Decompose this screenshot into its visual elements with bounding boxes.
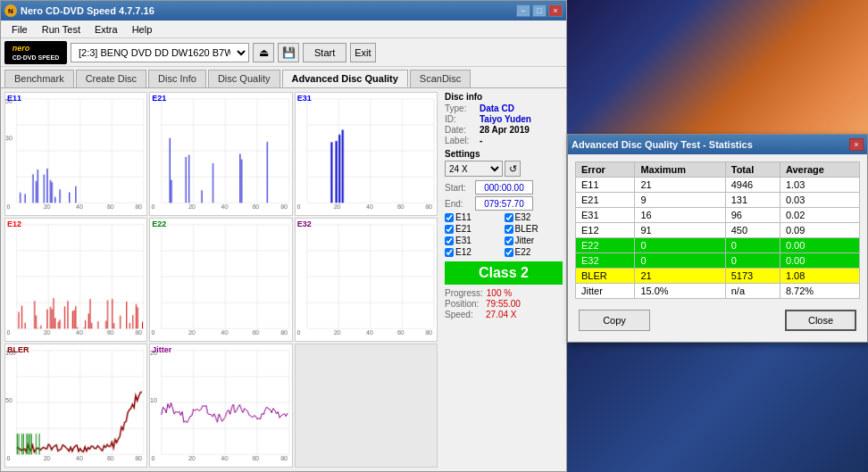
disc-info-title: Disc info bbox=[445, 92, 563, 102]
tab-scan-disc[interactable]: ScanDisc bbox=[410, 70, 471, 87]
speed-select[interactable]: 24 X bbox=[445, 161, 503, 177]
chart-e22-canvas bbox=[150, 219, 291, 341]
class-badge: Class 2 bbox=[445, 261, 563, 285]
menu-file[interactable]: File bbox=[4, 22, 35, 37]
progress-label: Progress: bbox=[445, 288, 483, 298]
disc-type-row: Type: Data CD bbox=[445, 104, 563, 113]
stats-cell-average: 8.72% bbox=[780, 284, 859, 299]
stats-close-x-button[interactable]: × bbox=[849, 138, 864, 151]
stats-cell-error: BLER bbox=[576, 269, 635, 284]
checkbox-e11[interactable] bbox=[445, 213, 454, 222]
speed-refresh-button[interactable]: ↺ bbox=[505, 161, 521, 177]
content-area: E11 E21 E31 E12 E22 bbox=[1, 88, 566, 471]
stats-row: E22000.00 bbox=[576, 238, 860, 253]
chart-e12: E12 bbox=[4, 218, 147, 342]
exit-button[interactable]: Exit bbox=[350, 43, 375, 62]
stats-body: E112149461.03E2191310.03E3116960.02E1291… bbox=[576, 178, 860, 299]
tab-disc-quality[interactable]: Disc Quality bbox=[208, 70, 280, 87]
start-time-row: Start: 000:00.00 bbox=[445, 180, 563, 195]
disc-date-value: 28 Apr 2019 bbox=[480, 125, 530, 135]
stats-close-button[interactable]: Close bbox=[785, 310, 856, 331]
stats-cell-total: 0 bbox=[725, 253, 780, 269]
menu-bar: File Run Test Extra Help bbox=[1, 21, 566, 38]
checkboxes-grid: E11 E32 E21 BLER E31 bbox=[445, 212, 563, 258]
chart-e21: E21 bbox=[149, 92, 292, 216]
disc-label-label: Label: bbox=[445, 136, 476, 145]
chart-jitter-label: Jitter bbox=[152, 345, 171, 354]
menu-run-test[interactable]: Run Test bbox=[35, 22, 88, 37]
chart-e32: E32 bbox=[295, 218, 438, 342]
stats-cell-average: 1.03 bbox=[780, 178, 859, 193]
col-error: Error bbox=[576, 162, 635, 178]
chart-e32-canvas bbox=[296, 219, 437, 341]
app-icon: N bbox=[4, 4, 17, 17]
checkbox-e21[interactable] bbox=[445, 225, 454, 234]
speed-prog-label: Speed: bbox=[445, 310, 482, 319]
close-button[interactable]: × bbox=[548, 4, 563, 17]
charts-area: E11 E21 E31 E12 E22 bbox=[1, 88, 441, 471]
disc-id-row: ID: Taiyo Yuden bbox=[445, 114, 563, 124]
col-maximum: Maximum bbox=[635, 162, 725, 178]
stats-cell-total: 96 bbox=[725, 208, 780, 223]
stats-row: E2191310.03 bbox=[576, 193, 860, 208]
stats-row: E32000.00 bbox=[576, 253, 860, 269]
checkbox-jitter[interactable] bbox=[505, 236, 513, 245]
stats-cell-error: E31 bbox=[576, 208, 635, 223]
stats-dialog: Advanced Disc Quality Test - Statistics … bbox=[567, 134, 868, 343]
tab-advanced-disc-quality[interactable]: Advanced Disc Quality bbox=[282, 70, 408, 87]
checkbox-jitter-label: Jitter bbox=[515, 236, 535, 245]
checkbox-e22-label: E22 bbox=[515, 247, 531, 257]
checkbox-e22[interactable] bbox=[505, 248, 513, 257]
chart-bler-canvas bbox=[5, 344, 146, 467]
tab-create-disc[interactable]: Create Disc bbox=[76, 70, 146, 87]
eject-button[interactable]: ⏏ bbox=[253, 43, 274, 62]
checkbox-bler[interactable] bbox=[505, 225, 513, 234]
menu-extra[interactable]: Extra bbox=[88, 22, 125, 37]
checkbox-e32[interactable] bbox=[505, 213, 513, 222]
stats-cell-total: 4946 bbox=[725, 178, 780, 193]
checkbox-e32-row: E32 bbox=[505, 212, 563, 222]
checkbox-e31[interactable] bbox=[445, 236, 454, 245]
drive-dropdown[interactable]: [2:3] BENQ DVD DD DW1620 B7W9 bbox=[71, 43, 249, 62]
stats-btn-row: Copy Close bbox=[575, 306, 860, 335]
position-value: 79:55.00 bbox=[486, 299, 521, 309]
copy-button[interactable]: Copy bbox=[579, 310, 650, 331]
chart-e12-label: E12 bbox=[7, 219, 21, 228]
chart-bler: BLER bbox=[4, 344, 147, 468]
start-time-value: 000:00.00 bbox=[475, 180, 533, 195]
stats-cell-average: 0.02 bbox=[780, 208, 859, 223]
stats-title-bar: Advanced Disc Quality Test - Statistics … bbox=[568, 135, 867, 154]
stats-cell-error: E32 bbox=[576, 253, 635, 269]
chart-e11-label: E11 bbox=[7, 94, 21, 103]
tab-benchmark[interactable]: Benchmark bbox=[4, 70, 74, 87]
save-button[interactable]: 💾 bbox=[278, 43, 299, 62]
checkbox-e31-row: E31 bbox=[445, 236, 504, 245]
stats-header-row: Error Maximum Total Average bbox=[576, 162, 860, 178]
chart-e12-canvas bbox=[5, 219, 146, 341]
col-average: Average bbox=[780, 162, 859, 178]
tab-disc-info[interactable]: Disc Info bbox=[148, 70, 206, 87]
end-time-label: End: bbox=[445, 199, 472, 209]
chart-e31: E31 bbox=[295, 92, 438, 216]
background-top bbox=[567, 0, 868, 134]
stats-cell-average: 1.08 bbox=[780, 269, 859, 284]
menu-help[interactable]: Help bbox=[125, 22, 160, 37]
disc-type-value: Data CD bbox=[480, 104, 514, 113]
minimize-button[interactable]: − bbox=[516, 4, 530, 17]
disc-date-label: Date: bbox=[445, 125, 476, 135]
maximize-button[interactable]: □ bbox=[532, 4, 547, 17]
start-button[interactable]: Start bbox=[303, 43, 346, 62]
checkbox-e12[interactable] bbox=[445, 248, 454, 257]
checkbox-e21-label: E21 bbox=[455, 224, 472, 234]
progress-value: 100 % bbox=[487, 288, 512, 298]
position-label: Position: bbox=[445, 299, 482, 309]
stats-cell-maximum: 9 bbox=[635, 193, 725, 208]
stats-cell-maximum: 21 bbox=[635, 269, 725, 284]
stats-cell-total: 0 bbox=[725, 238, 780, 253]
checkbox-e32-label: E32 bbox=[515, 212, 531, 222]
stats-cell-maximum: 21 bbox=[635, 178, 725, 193]
disc-id-value: Taiyo Yuden bbox=[480, 114, 531, 124]
title-bar: N Nero CD-DVD Speed 4.7.7.16 − □ × bbox=[1, 1, 566, 21]
stats-cell-total: 131 bbox=[725, 193, 780, 208]
stats-cell-total: 5173 bbox=[725, 269, 780, 284]
